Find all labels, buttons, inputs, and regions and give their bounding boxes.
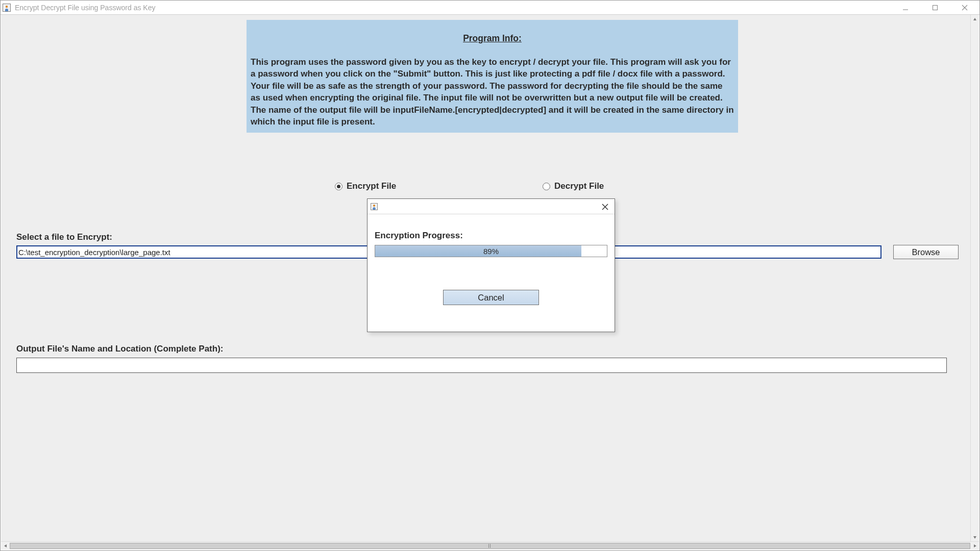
svg-marker-5 — [973, 536, 976, 539]
minimize-button[interactable] — [891, 1, 920, 14]
encrypt-radio[interactable]: Encrypt File — [335, 181, 396, 191]
java-icon — [3, 4, 11, 12]
output-file-field[interactable] — [16, 358, 947, 373]
svg-marker-4 — [973, 18, 976, 20]
cancel-button[interactable]: Cancel — [443, 290, 539, 305]
svg-marker-6 — [4, 544, 7, 547]
progress-dialog: Encryption Progress: 89% Cancel — [367, 198, 615, 332]
titlebar[interactable]: Encrypt Decrypt File using Password as K… — [1, 1, 979, 15]
vertical-scrollbar[interactable] — [970, 15, 979, 541]
minimize-icon — [902, 5, 909, 11]
dialog-body: Encryption Progress: 89% Cancel — [375, 220, 607, 324]
program-info-panel: Program Info: This program uses the pass… — [247, 20, 738, 133]
scrollbar-thumb[interactable] — [10, 543, 970, 549]
cancel-button-label: Cancel — [478, 293, 504, 303]
maximize-icon — [932, 5, 938, 11]
window-title: Encrypt Decrypt File using Password as K… — [15, 4, 155, 12]
progress-label: Encryption Progress: — [375, 231, 607, 241]
titlebar-controls — [891, 1, 979, 14]
grip-icon — [488, 544, 492, 548]
scroll-left-button[interactable] — [1, 542, 10, 550]
output-file-label: Output File's Name and Location (Complet… — [16, 344, 223, 354]
horizontal-scrollbar[interactable] — [1, 541, 979, 550]
input-file-label: Select a file to Encrypt: — [16, 232, 112, 242]
browse-button[interactable]: Browse — [893, 245, 959, 259]
progress-bar: 89% — [375, 245, 607, 257]
svg-rect-1 — [933, 5, 938, 10]
decrypt-radio-label: Decrypt File — [554, 181, 604, 191]
dialog-titlebar[interactable] — [368, 199, 615, 214]
program-info-body: This program uses the password given by … — [250, 56, 735, 128]
close-icon — [962, 5, 968, 11]
main-window: Encrypt Decrypt File using Password as K… — [0, 0, 980, 551]
scroll-down-button[interactable] — [971, 533, 979, 541]
close-button[interactable] — [950, 1, 979, 14]
decrypt-radio[interactable]: Decrypt File — [543, 181, 604, 191]
java-icon — [371, 203, 378, 210]
program-info-heading: Program Info: — [250, 33, 735, 44]
input-file-value: C:\test_encryption_decryption\large_page… — [18, 248, 170, 257]
chevron-up-icon — [973, 17, 977, 21]
encrypt-radio-label: Encrypt File — [347, 181, 396, 191]
radio-icon — [543, 183, 550, 190]
chevron-down-icon — [973, 535, 977, 539]
scroll-right-button[interactable] — [970, 542, 979, 550]
radio-icon — [335, 183, 342, 190]
svg-marker-7 — [974, 544, 976, 547]
maximize-button[interactable] — [920, 1, 950, 14]
scroll-up-button[interactable] — [971, 15, 979, 23]
mode-radio-group: Encrypt File Decrypt File — [1, 181, 970, 196]
chevron-right-icon — [973, 544, 977, 548]
dialog-close-button[interactable] — [597, 201, 612, 213]
close-icon — [602, 204, 608, 210]
progress-bar-text: 89% — [375, 245, 607, 257]
browse-button-label: Browse — [912, 247, 940, 257]
chevron-left-icon — [4, 544, 8, 548]
